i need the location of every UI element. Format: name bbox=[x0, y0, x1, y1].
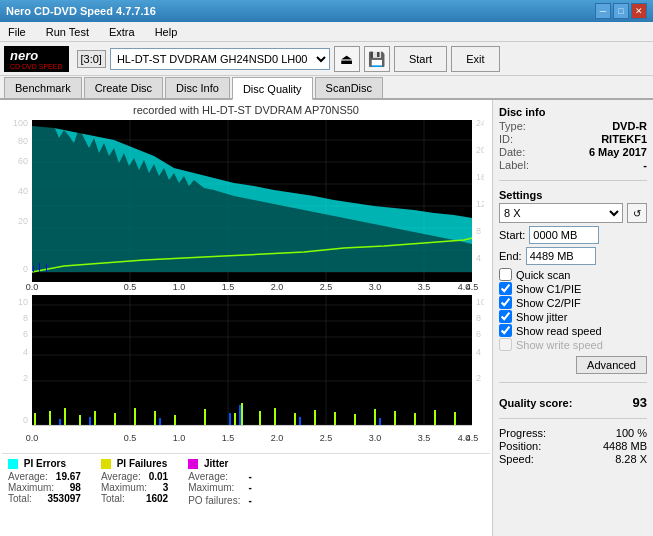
svg-rect-78 bbox=[354, 414, 356, 425]
chart-area: recorded with HL-DT-ST DVDRAM AP70NS50 1… bbox=[0, 100, 493, 536]
disc-id-row: ID: RITEKF1 bbox=[499, 133, 647, 145]
speed-row: 4 X8 X12 X16 XMAX ↺ bbox=[499, 203, 647, 223]
menu-extra[interactable]: Extra bbox=[105, 24, 139, 40]
svg-rect-86 bbox=[159, 418, 161, 425]
show-jitter-checkbox[interactable] bbox=[499, 310, 512, 323]
svg-rect-65 bbox=[94, 411, 96, 425]
svg-text:3.0: 3.0 bbox=[369, 282, 382, 292]
minimize-button[interactable]: ─ bbox=[595, 3, 611, 19]
advanced-button[interactable]: Advanced bbox=[576, 356, 647, 374]
svg-text:16: 16 bbox=[476, 172, 484, 182]
pi-failures-legend-dot bbox=[101, 459, 111, 469]
svg-rect-74 bbox=[274, 408, 276, 425]
show-write-speed-row: Show write speed bbox=[499, 338, 647, 351]
right-panel: Disc info Type: DVD-R ID: RITEKF1 Date: … bbox=[493, 100, 653, 536]
svg-text:80: 80 bbox=[18, 136, 28, 146]
pie-chart-svg: 100 80 60 40 20 0 24 20 16 12 8 4 bbox=[4, 118, 484, 293]
progress-value: 100 % bbox=[616, 427, 647, 439]
svg-rect-62 bbox=[49, 411, 51, 425]
show-c2pif-checkbox[interactable] bbox=[499, 296, 512, 309]
quality-score-label: Quality score: bbox=[499, 397, 572, 409]
tab-benchmark[interactable]: Benchmark bbox=[4, 77, 82, 98]
position-row: Position: 4488 MB bbox=[499, 440, 647, 452]
divider-2 bbox=[499, 382, 647, 383]
show-c2pif-row: Show C2/PIF bbox=[499, 296, 647, 309]
speed-value: 8.28 X bbox=[615, 453, 647, 465]
exit-button[interactable]: Exit bbox=[451, 46, 499, 72]
svg-rect-66 bbox=[114, 413, 116, 425]
show-write-speed-checkbox bbox=[499, 338, 512, 351]
tab-disc-info[interactable]: Disc Info bbox=[165, 77, 230, 98]
quick-scan-row: Quick scan bbox=[499, 268, 647, 281]
menu-run-test[interactable]: Run Test bbox=[42, 24, 93, 40]
quick-scan-checkbox[interactable] bbox=[499, 268, 512, 281]
close-button[interactable]: ✕ bbox=[631, 3, 647, 19]
pi-errors-stat: PI Errors Average: 19.67 Maximum: 98 Tot… bbox=[8, 458, 81, 506]
position-value: 4488 MB bbox=[603, 440, 647, 452]
tab-disc-quality[interactable]: Disc Quality bbox=[232, 77, 313, 100]
svg-text:2: 2 bbox=[23, 373, 28, 383]
window-controls[interactable]: ─ □ ✕ bbox=[595, 3, 647, 19]
speed-label: Speed: bbox=[499, 453, 534, 465]
svg-text:10: 10 bbox=[18, 297, 28, 307]
jitter-stat: Jitter Average: - Maximum: - PO failures… bbox=[188, 458, 252, 506]
quality-score-value: 93 bbox=[633, 395, 647, 410]
svg-text:20: 20 bbox=[476, 145, 484, 155]
start-input[interactable] bbox=[529, 226, 599, 244]
menu-file[interactable]: File bbox=[4, 24, 30, 40]
svg-text:1.5: 1.5 bbox=[222, 433, 235, 443]
progress-section: Progress: 100 % Position: 4488 MB Speed:… bbox=[499, 427, 647, 466]
pif-chart-svg: 10 8 6 4 2 0 10 8 6 4 2 bbox=[4, 293, 484, 453]
refresh-icon[interactable]: ↺ bbox=[627, 203, 647, 223]
svg-rect-79 bbox=[374, 409, 376, 425]
svg-rect-70 bbox=[204, 409, 206, 425]
tab-create-disc[interactable]: Create Disc bbox=[84, 77, 163, 98]
position-label: Position: bbox=[499, 440, 541, 452]
settings-title: Settings bbox=[499, 189, 647, 201]
show-read-speed-checkbox[interactable] bbox=[499, 324, 512, 337]
svg-rect-39 bbox=[32, 295, 472, 425]
svg-rect-88 bbox=[239, 405, 241, 425]
pi-failures-stat: PI Failures Average: 0.01 Maximum: 3 Tot… bbox=[101, 458, 168, 506]
divider-1 bbox=[499, 180, 647, 181]
jitter-legend-dot bbox=[188, 459, 198, 469]
svg-text:0: 0 bbox=[23, 264, 28, 274]
start-button[interactable]: Start bbox=[394, 46, 447, 72]
svg-rect-27 bbox=[39, 263, 40, 272]
show-c1pie-label: Show C1/PIE bbox=[516, 283, 581, 295]
disc-info-section: Disc info Type: DVD-R ID: RITEKF1 Date: … bbox=[499, 106, 647, 172]
svg-text:0.0: 0.0 bbox=[26, 282, 39, 292]
svg-text:3.0: 3.0 bbox=[369, 433, 382, 443]
maximize-button[interactable]: □ bbox=[613, 3, 629, 19]
show-c2pif-label: Show C2/PIF bbox=[516, 297, 581, 309]
divider-3 bbox=[499, 418, 647, 419]
progress-label: Progress: bbox=[499, 427, 546, 439]
svg-text:100: 100 bbox=[13, 118, 28, 128]
speed-row: Speed: 8.28 X bbox=[499, 453, 647, 465]
svg-text:4.5: 4.5 bbox=[466, 433, 479, 443]
svg-text:10: 10 bbox=[476, 297, 484, 307]
svg-rect-82 bbox=[434, 410, 436, 425]
svg-text:4.5: 4.5 bbox=[466, 282, 479, 292]
menu-help[interactable]: Help bbox=[151, 24, 182, 40]
svg-rect-75 bbox=[294, 413, 296, 425]
start-row: Start: bbox=[499, 226, 647, 244]
svg-text:2.0: 2.0 bbox=[271, 282, 284, 292]
drive-select[interactable]: HL-DT-ST DVDRAM GH24NSD0 LH00 bbox=[110, 48, 330, 70]
svg-rect-64 bbox=[79, 415, 81, 425]
speed-select[interactable]: 4 X8 X12 X16 XMAX bbox=[499, 203, 623, 223]
toolbar: nero CD·DVD SPEED [3:0] HL-DT-ST DVDRAM … bbox=[0, 42, 653, 76]
title-bar: Nero CD-DVD Speed 4.7.7.16 ─ □ ✕ bbox=[0, 0, 653, 22]
lower-chart: 10 8 6 4 2 0 10 8 6 4 2 bbox=[4, 293, 488, 453]
quality-score-row: Quality score: 93 bbox=[499, 395, 647, 410]
svg-text:24: 24 bbox=[476, 118, 484, 128]
show-c1pie-checkbox[interactable] bbox=[499, 282, 512, 295]
app-logo: nero CD·DVD SPEED bbox=[4, 46, 69, 72]
svg-text:0.5: 0.5 bbox=[124, 433, 137, 443]
save-icon[interactable]: 💾 bbox=[364, 46, 390, 72]
window-title: Nero CD-DVD Speed 4.7.7.16 bbox=[6, 5, 156, 17]
end-input[interactable] bbox=[526, 247, 596, 265]
eject-icon[interactable]: ⏏ bbox=[334, 46, 360, 72]
svg-rect-73 bbox=[259, 411, 261, 425]
tab-scan-disc[interactable]: ScanDisc bbox=[315, 77, 383, 98]
